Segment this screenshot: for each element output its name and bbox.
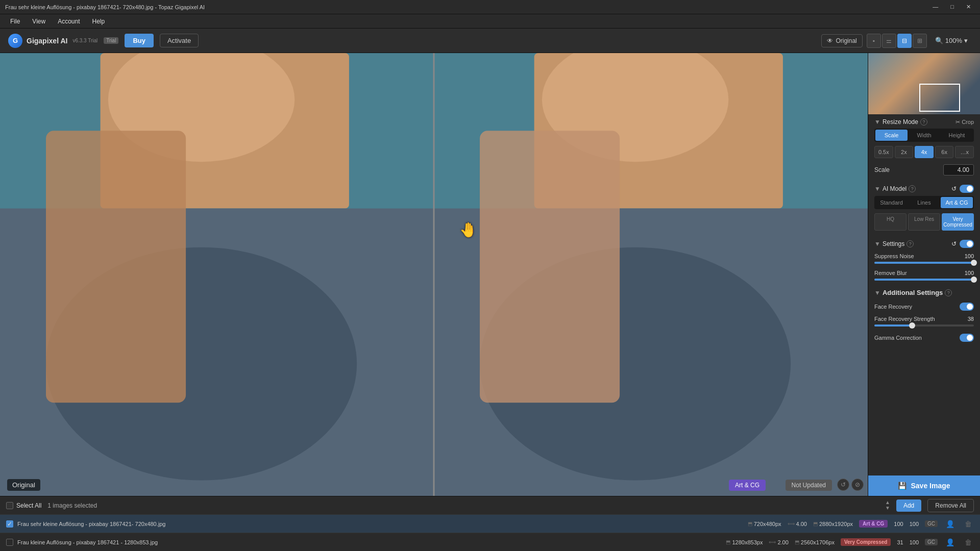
face-recovery-strength-thumb[interactable] [909,322,915,329]
input-res-0: ⬒ 720x480px [748,521,781,527]
ai-model-toggle[interactable] [960,185,974,193]
ai-model-title: AI Model [883,185,906,192]
scale-multipliers: 0.5x 2x 4x 6x …x [874,146,974,158]
ai-model-help[interactable]: ? [909,185,916,192]
face-recovery-strength-value: 38 [968,316,974,322]
buy-button[interactable]: Buy [125,34,154,47]
remove-blur-track[interactable] [874,279,974,281]
tab-height[interactable]: Height [941,130,973,141]
tab-width[interactable]: Width [908,130,940,141]
sort-up-icon[interactable]: ▲ [885,500,890,505]
save-icon: 💾 [898,482,906,490]
settings-toggle[interactable] [960,240,974,248]
menu-account[interactable]: Account [53,16,85,27]
file-name-1: Frau kleine Auflösung - pixabay 1867421 … [17,539,722,545]
view-mode-split-v[interactable]: ⚌ [882,34,896,48]
file-row[interactable]: Frau kleine Auflösung - pixabay 1867421 … [0,533,980,551]
file-row[interactable]: ✓ Frau sehr kleine Auflösung - pixabay 1… [0,515,980,533]
tab-scale[interactable]: Scale [875,130,908,141]
file-delete-icon-1[interactable]: 🗑 [963,537,974,547]
app-logo: G [8,34,22,48]
view-mode-split-h[interactable]: ⊟ [897,34,912,48]
face-recovery-strength-track[interactable] [874,324,974,327]
original-toggle[interactable]: 👁 Original [821,34,862,47]
additional-chevron[interactable]: ▼ [874,289,880,296]
refresh-btn-1[interactable]: ↺ [837,479,849,491]
view-mode-single[interactable]: ▪ [867,34,881,48]
refresh-buttons: ↺ ⊘ [837,479,864,491]
additional-help[interactable]: ? [945,289,952,296]
tab-artcg[interactable]: Art & CG [941,197,973,208]
tab-standard[interactable]: Standard [875,197,908,208]
scale-icon: ⟺ [788,521,795,527]
zoom-icon: 🔍 [935,37,943,44]
scale-1: ⟺ 2.00 [769,539,788,545]
menu-file[interactable]: File [5,16,25,27]
scale-input[interactable] [943,164,974,176]
suppress-noise-track[interactable] [874,262,974,264]
thumbnail-area [868,53,980,114]
ai-model-section: ▼ AI Model ? ↺ [868,181,980,196]
crop-button[interactable]: ✂ Crop [955,119,974,126]
resize-mode-help[interactable]: ? [920,118,927,126]
model-tabs: Standard Lines Art & CG [874,196,974,209]
mult-4x[interactable]: 4x [915,146,934,158]
settings-refresh-icon[interactable]: ↺ [951,240,957,247]
file-person-icon-0[interactable]: 👤 [944,519,957,529]
app-name: Gigapixel AI [27,37,67,45]
image-processed [434,53,868,496]
tab-lines[interactable]: Lines [908,197,940,208]
image-original [0,53,434,496]
face-recovery-row: Face Recovery [868,299,980,314]
settings-chevron[interactable]: ▼ [874,240,880,247]
menu-view[interactable]: View [27,16,51,27]
maximize-btn[interactable]: □ [946,3,958,11]
gamma-correction-row: Gamma Correction [868,331,980,347]
split-divider[interactable] [433,53,435,496]
suppress-noise-thumb[interactable] [971,260,977,266]
face-recovery-toggle[interactable] [960,303,974,311]
close-btn[interactable]: ✕ [962,3,975,11]
settings-help[interactable]: ? [906,240,914,247]
tab-very-compressed[interactable]: Very Compressed [942,213,974,231]
sort-arrows[interactable]: ▲ ▼ [885,500,890,511]
mult-custom[interactable]: …x [955,146,974,158]
zoom-chevron: ▾ [964,37,968,44]
file-checkbox-0[interactable]: ✓ [6,520,13,528]
resize-mode-section: ▼ Resize Mode ? ✂ Crop [868,114,980,129]
add-button[interactable]: Add [896,499,921,512]
remove-all-button[interactable]: Remove All [927,499,974,512]
mult-05x[interactable]: 0.5x [874,146,893,158]
file-delete-icon-0[interactable]: 🗑 [963,519,974,529]
tab-hq[interactable]: HQ [874,213,906,231]
output-icon: ⬒ [813,521,818,527]
select-all-checkbox[interactable]: Select All [6,502,41,509]
resize-chevron[interactable]: ▼ [874,118,880,126]
remove-blur-label: Remove Blur [874,270,907,276]
mult-6x[interactable]: 6x [935,146,954,158]
canvas-area[interactable]: Original 🤚 Art & CG Not Updated ↺ ⊘ [0,53,868,496]
titlebar-controls[interactable]: — □ ✕ [928,3,975,11]
scale-icon: ⟺ [769,539,776,545]
gc-chip-0: GC [925,520,938,527]
menubar: File View Account Help [0,14,980,29]
gamma-correction-toggle[interactable] [960,334,974,342]
remove-blur-thumb[interactable] [971,277,977,283]
mult-2x[interactable]: 2x [895,146,914,158]
ai-model-refresh-icon[interactable]: ↺ [951,185,957,192]
refresh-btn-2[interactable]: ⊘ [851,479,864,491]
view-mode-grid[interactable]: ⊞ [913,34,927,48]
minimize-btn[interactable]: — [928,3,942,11]
file-checkbox-1[interactable] [6,539,13,546]
menu-help[interactable]: Help [87,16,110,27]
select-all-check-box[interactable] [6,502,13,509]
noise-1: 31 [897,539,903,545]
file-person-icon-1[interactable]: 👤 [944,537,957,547]
save-button[interactable]: 💾 Save Image [868,475,980,496]
activate-button[interactable]: Activate [160,34,199,47]
thumbnail-frame[interactable] [919,84,960,112]
ai-model-chevron[interactable]: ▼ [874,185,880,192]
tab-low-res[interactable]: Low Res [908,213,940,231]
remove-blur-row: Remove Blur 100 [868,268,980,285]
sort-down-icon[interactable]: ▼ [885,506,890,511]
